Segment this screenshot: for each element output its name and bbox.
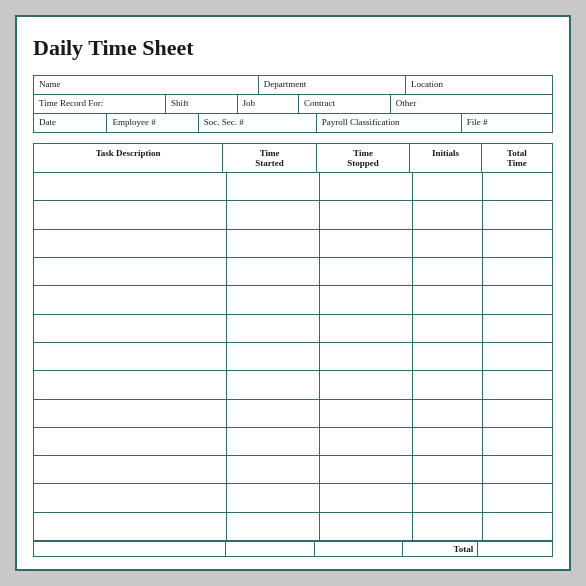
department-field[interactable]: Department (259, 76, 406, 94)
time-stopped-cell[interactable] (320, 400, 413, 427)
total-ts-spacer (226, 542, 315, 556)
file-number-field[interactable]: File # (462, 114, 552, 132)
initials-cell[interactable] (413, 286, 483, 313)
time-started-cell[interactable] (227, 230, 320, 257)
page-title: Daily Time Sheet (33, 35, 553, 61)
total-row: Total (34, 541, 552, 556)
contract-field[interactable]: Contract (299, 95, 391, 113)
other-field[interactable]: Other (391, 95, 552, 113)
task-cell[interactable] (34, 484, 227, 511)
total-time-cell[interactable] (483, 258, 552, 285)
total-time-cell[interactable] (483, 456, 552, 483)
task-cell[interactable] (34, 230, 227, 257)
table-row (34, 230, 552, 258)
initials-cell[interactable] (413, 173, 483, 200)
total-time-cell[interactable] (483, 230, 552, 257)
initials-cell[interactable] (413, 456, 483, 483)
time-started-cell[interactable] (227, 371, 320, 398)
initials-cell[interactable] (413, 513, 483, 540)
task-cell[interactable] (34, 371, 227, 398)
total-label-spacer (34, 542, 226, 556)
table-row (34, 286, 552, 314)
initials-cell[interactable] (413, 371, 483, 398)
initials-cell[interactable] (413, 258, 483, 285)
time-stopped-cell[interactable] (320, 230, 413, 257)
initials-cell[interactable] (413, 315, 483, 342)
location-field[interactable]: Location (406, 76, 552, 94)
header-row-3: Date Employee # Soc. Sec. # Payroll Clas… (34, 114, 552, 132)
time-stopped-cell[interactable] (320, 315, 413, 342)
total-time-cell[interactable] (483, 343, 552, 370)
time-started-cell[interactable] (227, 315, 320, 342)
task-cell[interactable] (34, 315, 227, 342)
time-stopped-cell[interactable] (320, 173, 413, 200)
total-time-cell[interactable] (483, 286, 552, 313)
col-task-description: Task Description (34, 144, 223, 172)
job-field[interactable]: Job (238, 95, 299, 113)
time-record-label: Time Record For: (34, 95, 166, 113)
initials-cell[interactable] (413, 230, 483, 257)
time-stopped-cell[interactable] (320, 201, 413, 228)
task-cell[interactable] (34, 456, 227, 483)
time-stopped-cell[interactable] (320, 343, 413, 370)
total-time-cell[interactable] (483, 371, 552, 398)
date-field[interactable]: Date (34, 114, 107, 132)
total-value-cell[interactable] (478, 542, 552, 556)
col-time-stopped: TimeStopped (317, 144, 410, 172)
main-table: Task Description TimeStarted TimeStopped… (33, 143, 553, 557)
table-row (34, 400, 552, 428)
time-started-cell[interactable] (227, 286, 320, 313)
initials-cell[interactable] (413, 484, 483, 511)
total-time-cell[interactable] (483, 400, 552, 427)
time-started-cell[interactable] (227, 343, 320, 370)
daily-timesheet-page: Daily Time Sheet Name Department Locatio… (15, 15, 571, 571)
header-row-1: Name Department Location (34, 76, 552, 95)
time-stopped-cell[interactable] (320, 513, 413, 540)
time-stopped-cell[interactable] (320, 484, 413, 511)
time-started-cell[interactable] (227, 400, 320, 427)
time-started-cell[interactable] (227, 201, 320, 228)
task-cell[interactable] (34, 513, 227, 540)
total-time-cell[interactable] (483, 315, 552, 342)
shift-field[interactable]: Shift (166, 95, 238, 113)
table-row (34, 201, 552, 229)
name-field[interactable]: Name (34, 76, 259, 94)
task-cell[interactable] (34, 173, 227, 200)
time-started-cell[interactable] (227, 428, 320, 455)
task-cell[interactable] (34, 286, 227, 313)
total-time-cell[interactable] (483, 513, 552, 540)
time-stopped-cell[interactable] (320, 428, 413, 455)
initials-cell[interactable] (413, 201, 483, 228)
time-stopped-cell[interactable] (320, 371, 413, 398)
table-row (34, 315, 552, 343)
total-time-cell[interactable] (483, 201, 552, 228)
time-started-cell[interactable] (227, 484, 320, 511)
task-cell[interactable] (34, 400, 227, 427)
task-cell[interactable] (34, 428, 227, 455)
table-header-row: Task Description TimeStarted TimeStopped… (34, 144, 552, 173)
header-section: Name Department Location Time Record For… (33, 75, 553, 133)
total-time-cell[interactable] (483, 484, 552, 511)
table-row (34, 258, 552, 286)
time-started-cell[interactable] (227, 513, 320, 540)
time-stopped-cell[interactable] (320, 258, 413, 285)
task-cell[interactable] (34, 258, 227, 285)
payroll-classification-field[interactable]: Payroll Classification (317, 114, 462, 132)
task-cell[interactable] (34, 201, 227, 228)
time-started-cell[interactable] (227, 456, 320, 483)
task-cell[interactable] (34, 343, 227, 370)
initials-cell[interactable] (413, 343, 483, 370)
time-started-cell[interactable] (227, 258, 320, 285)
employee-number-field[interactable]: Employee # (107, 114, 198, 132)
total-tstp-spacer (315, 542, 404, 556)
initials-cell[interactable] (413, 428, 483, 455)
time-started-cell[interactable] (227, 173, 320, 200)
initials-cell[interactable] (413, 400, 483, 427)
table-row (34, 173, 552, 201)
total-time-cell[interactable] (483, 173, 552, 200)
time-stopped-cell[interactable] (320, 456, 413, 483)
time-stopped-cell[interactable] (320, 286, 413, 313)
table-row (34, 343, 552, 371)
soc-sec-field[interactable]: Soc. Sec. # (199, 114, 317, 132)
total-time-cell[interactable] (483, 428, 552, 455)
